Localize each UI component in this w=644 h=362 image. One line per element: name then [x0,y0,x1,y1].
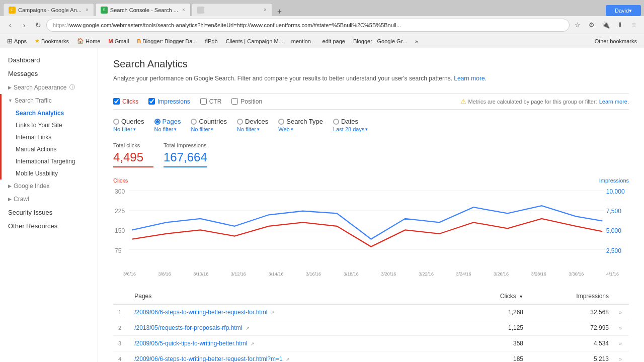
page-link[interactable]: /2009/06/6-steps-to-writing-better-reque… [134,355,282,362]
col-impressions: Impressions [528,289,614,304]
svg-text:300: 300 [115,188,125,195]
details-arrow[interactable]: » [619,356,622,362]
dimension-pages[interactable]: Pages No filter ▾ [154,118,181,132]
sidebar-section-crawl[interactable]: ▶ Crawl [0,193,98,206]
tab-campaigns[interactable]: C Campaigns - Google An... × [3,3,94,16]
details-arrow[interactable]: » [619,325,622,331]
bookmark-mention[interactable]: mention - [288,37,317,45]
tab-close-empty[interactable]: × [260,7,267,13]
dim-radio-countries[interactable] [191,119,197,125]
forward-button[interactable]: › [18,19,30,31]
position-checkbox[interactable] [231,98,238,105]
filter-ctr[interactable]: CTR [200,98,222,105]
total-impressions-label: Total Impressions [164,142,207,148]
sidebar-item-security[interactable]: Security Issues [0,206,98,219]
clicks-line [132,219,603,247]
dim-filter-dates[interactable]: Last 28 days ▾ [333,126,368,132]
clicks-checkbox[interactable] [113,98,120,105]
bookmark-other[interactable]: Other bookmarks [592,37,640,45]
sidebar-section-appearance[interactable]: ▶ Search Appearance ⓘ [0,80,98,94]
page-link[interactable]: /2013/05/requests-for-proposals-rfp.html [134,324,242,331]
bookmark-blogger2[interactable]: Blogger - Google Gr... [350,37,410,45]
row-clicks: 185 [461,351,528,362]
sidebar-item-resources[interactable]: Other Resources [0,219,98,233]
tab-empty[interactable]: × [192,3,272,16]
bookmark-star-icon[interactable]: ☆ [572,19,584,31]
filter-impressions[interactable]: Impressions [148,98,190,105]
dimension-devices[interactable]: Devices No filter ▾ [237,118,268,132]
page-link[interactable]: /2009/06/6-steps-to-writing-better-reque… [134,309,267,316]
dimension-countries[interactable]: Countries No filter ▾ [191,118,227,132]
address-bar[interactable]: https:// www.google.com/webmasters/tools… [46,19,570,32]
ctr-checkbox[interactable] [200,98,207,105]
download-icon[interactable]: ⬇ [614,19,626,31]
extensions-icon[interactable]: 🔌 [600,19,612,31]
sidebar-item-manual[interactable]: Manual Actions [2,143,98,155]
dim-filter-countries[interactable]: No filter ▾ [191,126,213,132]
chart-svg: 300 225 150 75 10,000 7,500 5,000 2,500 [113,185,629,268]
page-link[interactable]: /2009/05/5-quick-tips-to-writing-better.… [134,340,247,347]
row-page: /2009/06/6-steps-to-writing-better-reque… [129,304,461,320]
sidebar-item-search-analytics[interactable]: Search Analytics [2,107,98,119]
sidebar-item-internal[interactable]: Internal Links [2,131,98,143]
tab-close-search[interactable]: × [178,7,185,13]
dim-filter-devices[interactable]: No filter ▾ [237,126,260,132]
sidebar-item-international[interactable]: International Targeting [2,155,98,167]
row-details: » [614,335,629,351]
filter-position[interactable]: Position [231,98,262,105]
user-button[interactable]: David▾ [606,5,641,16]
chevron-down-icon: ▾ [133,127,136,132]
bookmark-blogger[interactable]: B Blogger: Blogger Da... [134,37,200,45]
sidebar-item-dashboard[interactable]: Dashboard [0,53,98,67]
bookmark-clients[interactable]: Clients | Campaign M... [223,37,286,45]
dim-radio-dates[interactable] [333,119,339,125]
tab-favicon-search: S [101,7,108,14]
refresh-button[interactable]: ↻ [32,19,44,31]
back-button[interactable]: ‹ [4,19,16,31]
tab-search-console[interactable]: S Search Console - Search ... × [95,3,191,16]
url-protocol: https:// [53,22,69,28]
sidebar: Dashboard Messages ▶ Search Appearance ⓘ… [0,48,98,362]
new-tab-button[interactable]: + [274,7,285,16]
dimension-dates[interactable]: Dates Last 28 days ▾ [333,118,368,132]
dimension-queries[interactable]: Queries No filter ▾ [113,118,144,132]
sidebar-item-mobile[interactable]: Mobile Usability [2,167,98,179]
chevron-down-icon-dates: ▾ [365,127,368,132]
dim-radio-devices[interactable] [237,119,243,125]
bookmark-editpage[interactable]: edit page [319,37,348,45]
row-impressions: 5,213 [528,351,614,362]
details-arrow[interactable]: » [619,340,622,346]
dimension-row: Queries No filter ▾ Pages No filter ▾ [113,118,629,132]
impressions-checkbox[interactable] [148,98,155,105]
bookmark-bookmarks[interactable]: ★ Bookmarks [32,37,72,45]
bookmark-home[interactable]: 🏠 Home [74,37,103,45]
dim-radio-queries[interactable] [113,119,119,125]
row-impressions: 32,568 [528,304,614,320]
sidebar-section-traffic[interactable]: ▼ Search Traffic [2,94,98,107]
tab-close-campaigns[interactable]: × [82,7,89,13]
sidebar-item-links[interactable]: Links to Your Site [2,119,98,131]
details-arrow[interactable]: » [619,309,622,315]
bookmark-fipdb[interactable]: fiPdb [202,37,221,45]
learn-more-link[interactable]: Learn more. [454,75,487,82]
expand-arrow-crawl: ▶ [8,197,12,202]
dimension-search-type[interactable]: Search Type Web ▾ [278,118,323,132]
dim-filter-search-type[interactable]: Web ▾ [278,126,293,132]
dim-filter-pages[interactable]: No filter ▾ [154,126,177,132]
menu-icon[interactable]: ≡ [628,19,640,31]
sidebar-item-messages[interactable]: Messages [0,67,98,80]
dim-radio-search-type[interactable] [278,119,284,125]
settings-icon[interactable]: ⚙ [586,19,598,31]
bookmark-apps[interactable]: ⊞ Apps [4,36,30,46]
bookmarks-bar: ⊞ Apps ★ Bookmarks 🏠 Home M Gmail B Blog… [0,34,644,48]
bookmark-more[interactable]: » [412,37,421,45]
svg-text:150: 150 [115,227,125,234]
dim-filter-queries[interactable]: No filter ▾ [113,126,136,132]
dim-radio-pages[interactable] [154,119,160,125]
bookmark-gmail[interactable]: M Gmail [105,37,132,45]
learn-more-2-link[interactable]: Learn more. [599,99,629,105]
filter-clicks[interactable]: Clicks [113,98,138,105]
col-clicks[interactable]: Clicks ▼ [461,289,528,304]
stat-box-clicks: Total clicks 4,495 [113,142,153,167]
sidebar-section-index[interactable]: ▶ Google Index [0,179,98,193]
